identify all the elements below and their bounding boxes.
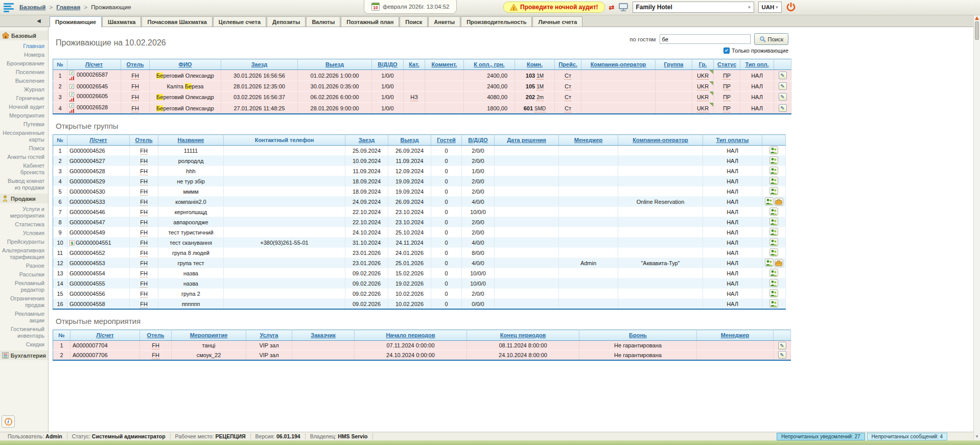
column-header-gr[interactable]: Гр. [692,59,714,70]
table-row[interactable]: 4i0000026528FHБереговий Олександр27.01.2… [53,103,791,114]
power-button[interactable] [786,2,796,12]
sidebar-item-Скидки[interactable]: Скидки [0,340,48,349]
sidebar-item-Гостиничный инвентарь[interactable]: Гостиничный инвентарь [0,325,48,340]
breadcrumb-link-base[interactable]: Базовый [19,4,45,10]
tab-Целевые счета[interactable]: Целевые счета [213,16,266,27]
sidebar-item-Услуги и мероприятия[interactable]: Услуги и мероприятия [0,205,48,220]
breadcrumb-link-main[interactable]: Главная [56,4,80,10]
only-residents-checkbox[interactable]: ✔ [724,48,730,54]
column-header-start[interactable]: Начало периодов [355,330,467,341]
column-header-decision[interactable]: Дата решения [495,135,559,146]
sidebar-item-Журнал[interactable]: Журнал [0,85,48,94]
column-header-status[interactable]: Статус [714,59,740,70]
column-header-departure[interactable]: Выезд [298,59,372,70]
sidebar-item-Главная[interactable]: Главная [0,42,48,51]
group-icon[interactable] [769,279,778,287]
guest-search-input[interactable] [660,34,751,44]
tab-Проживающие[interactable]: Проживающие [50,16,102,27]
sidebar-item-Прейскуранты[interactable]: Прейскуранты [0,238,48,246]
table-row[interactable]: 12G0000004553FHгрупа тест23.01.202625.01… [53,258,786,268]
scroll-thumb[interactable] [975,21,979,40]
group-icon[interactable] [765,259,774,267]
column-header-company[interactable]: Компания-оператор [581,59,656,70]
column-header-company[interactable]: Компания-оператор [618,135,703,146]
table-row[interactable]: 3i0000026605FHБереговий Олександр03.02.2… [53,91,791,103]
briefcase-icon[interactable] [775,259,783,267]
transfer-icon[interactable]: ⇄ [609,4,615,11]
table-row[interactable]: 1A0000007704FHтанціVIP зал07.11.2024 0:0… [53,341,791,350]
edit-icon[interactable]: ✎ [778,342,786,349]
tab-Депозиты[interactable]: Депозиты [267,16,306,27]
tab-Производительность[interactable]: Производительность [461,16,532,27]
column-header-arrival[interactable]: Заезд [345,135,388,146]
column-header-comment[interactable]: Коммент. [425,59,464,70]
table-row[interactable]: 2A0000007706FHсмоук_22VIP зал24.10.2024 … [53,350,791,360]
column-header-arrival[interactable]: Заезд [221,59,298,70]
tab-Почасовая Шахматка[interactable]: Почасовая Шахматка [142,16,212,27]
app-logo-icon[interactable] [4,3,14,12]
group-icon[interactable] [769,299,778,308]
tab-Валюты[interactable]: Валюты [306,16,340,27]
column-header-room_num[interactable]: Комн. [515,59,555,70]
edit-icon[interactable]: ✎ [779,104,787,112]
column-header-cat[interactable]: Кат. [404,59,425,70]
table-row[interactable]: 15G0000004556FHгрупа 209.02.202610.02.20… [53,289,786,299]
sidebar-item-Разное[interactable]: Разное [0,262,48,270]
vertical-scrollbar[interactable]: ▼ [973,15,980,440]
sidebar-item-Поселение[interactable]: Поселение [0,68,48,77]
group-icon[interactable] [769,238,778,246]
messages-badge[interactable]: Непрочитанных сообщений: 4 [867,433,947,440]
column-header-pay_type[interactable]: Тип опл. [740,59,774,70]
table-row[interactable]: 6G0000004533FHкомпанія2.024.09.202426.09… [53,197,786,207]
column-header-group[interactable]: Группа [656,59,692,70]
column-header-customer[interactable]: Заказчик [292,330,355,341]
column-header-pay_type[interactable]: Тип оплаты [703,135,762,146]
group-icon[interactable] [769,269,778,277]
column-header-account[interactable]: Л/счет [67,59,121,70]
column-header-event[interactable]: Мероприятие [172,330,246,341]
column-header-service[interactable]: Услуга [246,330,292,341]
sidebar-item-Мероприятия[interactable]: Мероприятия [0,111,48,120]
sidebar-item-Номера[interactable]: Номера [0,51,48,59]
notifications-badge[interactable]: Непрочитанных уведомлений: 27 [777,433,865,440]
hotel-select[interactable]: Family Hotel ▼ [633,2,754,13]
tab-Личные счета[interactable]: Личные счета [532,16,582,27]
group-icon[interactable] [769,156,778,165]
table-row[interactable]: 16G0000004558FHпппппп09.02.202610.02.202… [53,299,786,310]
info-button[interactable]: i [2,415,15,428]
sidebar-section-Продажи[interactable]: Продажи [0,194,48,203]
column-header-booking[interactable]: Бронь [579,330,697,341]
column-header-fio[interactable]: ФИО [150,59,221,70]
table-row[interactable]: 11G0000004552FHгрупа 8 людей23.01.202624… [53,248,786,258]
tab-Поиск[interactable]: Поиск [400,16,428,27]
table-row[interactable]: 14G0000004555FHназва09.02.202619.02.2026… [53,278,786,289]
column-header-to_pay[interactable]: К опл., грн. [464,59,515,70]
sidebar-item-Ночной аудит[interactable]: Ночной аудит [0,103,48,111]
tab-Шахматка[interactable]: Шахматка [102,16,141,27]
sidebar-item-Рекламный редактор[interactable]: Рекламный редактор [0,279,48,294]
table-row[interactable]: 10$G0000004551FHтест сканування+380(93)2… [53,238,786,248]
column-header-hotel[interactable]: Отель [121,59,150,70]
tab-Анкеты[interactable]: Анкеты [428,16,460,27]
sidebar-section-Базовый[interactable]: Базовый [0,31,48,40]
group-icon[interactable] [769,289,778,297]
currency-select[interactable]: UAH ▼ [758,2,782,13]
table-row[interactable]: 1G0000004526FH1111125.09.202426.09.20240… [53,146,786,156]
table-row[interactable]: 3G0000004528FHhhh11.09.202412.09.202401/… [53,166,786,176]
group-icon[interactable] [769,177,778,185]
sidebar-item-Рекламные акции[interactable]: Рекламные акции [0,310,48,325]
column-header-manager[interactable]: Менеджер [559,135,618,146]
search-button[interactable]: Поиск [754,33,788,45]
sidebar-item-Несохраненные карты[interactable]: Несохраненные карты [0,129,48,144]
tab-Поэтажный план[interactable]: Поэтажный план [341,16,399,27]
column-header-manager[interactable]: Менеджер [697,330,774,341]
workstation-icon[interactable] [618,3,628,11]
group-icon[interactable] [769,228,778,236]
column-header-account[interactable]: Л/счет [67,135,130,146]
sidebar-item-Статистика[interactable]: Статистика [0,220,48,229]
group-icon[interactable] [769,167,778,175]
sidebar-item-Кабинет брониста[interactable]: Кабинет брониста [0,161,48,177]
table-row[interactable]: 9G0000004549FHтест туристичний24.10.2024… [53,227,786,238]
sidebar-item-Вывод комнат из продажи[interactable]: Вывод комнат из продажи [0,177,48,192]
group-icon[interactable] [769,146,778,154]
